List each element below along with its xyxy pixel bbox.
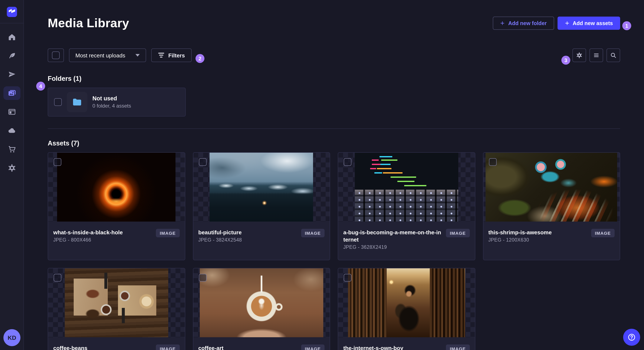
feather-icon (8, 51, 16, 60)
folder-checkbox[interactable] (54, 98, 62, 106)
plus-icon (500, 21, 505, 25)
add-new-folder-label: Add new folder (508, 20, 547, 26)
asset-card[interactable]: what-s-inside-a-black-hole JPEG - 800X46… (48, 152, 185, 260)
asset-type-badge: IMAGE (301, 229, 324, 237)
asset-type-badge: IMAGE (156, 229, 180, 237)
asset-info: the-internet-s-own-boy JPEG - 1200X707 (343, 345, 403, 350)
add-new-assets-label: Add new assets (573, 20, 613, 26)
active-nav-tile (3, 86, 20, 100)
grid-settings-button[interactable] (572, 48, 586, 62)
plus-icon (564, 21, 569, 25)
asset-media (483, 153, 620, 222)
asset-type-badge: IMAGE (156, 345, 180, 350)
folders-heading: Folders (1) (48, 75, 620, 82)
annotation-marker-2: 2 (196, 54, 204, 63)
asset-footer: the-internet-s-own-boy JPEG - 1200X707 I… (338, 337, 475, 350)
add-new-assets-button[interactable]: Add new assets (557, 16, 620, 30)
sidebar-item-marketplace[interactable] (3, 140, 20, 159)
sidebar-item-media-library[interactable] (3, 84, 20, 103)
asset-checkbox[interactable] (199, 158, 206, 166)
cart-icon (8, 145, 16, 154)
asset-name: coffee-art (198, 345, 242, 350)
asset-checkbox[interactable] (489, 158, 496, 166)
asset-info: coffee-beans JPEG - 5021X3347 (53, 345, 97, 350)
toolbar-left: Most recent uploads Filters (48, 48, 192, 62)
asset-info: this-shrimp-is-awesome JPEG - 1200X630 (488, 229, 552, 242)
sidebar-item-cloud[interactable] (3, 121, 20, 140)
strapi-logo[interactable] (6, 7, 17, 17)
list-icon (593, 52, 600, 59)
asset-name: beautiful-picture (198, 229, 242, 236)
header-actions: Add new folder Add new assets (493, 16, 620, 30)
coffee-art-image (200, 268, 323, 337)
asset-card[interactable]: a-bug-is-becoming-a-meme-on-the-internet… (338, 152, 475, 260)
filters-label: Filters (168, 52, 185, 58)
sidebar-item-home[interactable] (3, 28, 20, 46)
asset-sub: JPEG - 3628X2419 (343, 245, 442, 250)
asset-sub: JPEG - 800X466 (53, 237, 123, 242)
asset-card[interactable]: this-shrimp-is-awesome JPEG - 1200X630 I… (483, 152, 620, 260)
annotation-marker-4: 4 (36, 82, 45, 91)
sidebar-item-settings[interactable] (3, 159, 20, 177)
sidebar-divider (0, 23, 24, 23)
filters-button[interactable]: Filters (151, 48, 192, 62)
folder-tile (67, 92, 87, 112)
sidebar-item-content-manager[interactable] (3, 103, 20, 121)
asset-type-badge: IMAGE (446, 229, 470, 237)
asset-checkbox[interactable] (344, 274, 352, 282)
question-icon (628, 333, 636, 342)
asset-media (338, 153, 475, 222)
sidebar-item-deploy[interactable] (3, 65, 20, 84)
asset-checkbox[interactable] (54, 274, 61, 282)
list-view-button[interactable] (590, 48, 603, 62)
asset-name: coffee-beans (53, 345, 97, 350)
logo-glyph (6, 7, 17, 17)
asset-type-badge: IMAGE (446, 345, 470, 350)
chevron-down-icon (136, 54, 140, 57)
select-all-checkbox[interactable] (48, 48, 64, 62)
app-window: KD Media Library Add new folder Add new … (0, 0, 644, 350)
shrimp-image (486, 153, 617, 222)
user-avatar[interactable]: KD (4, 329, 20, 346)
asset-footer: coffee-beans JPEG - 5021X3347 IMAGE (48, 337, 185, 350)
asset-sub: JPEG - 1200X630 (488, 237, 552, 242)
asset-footer: this-shrimp-is-awesome JPEG - 1200X630 I… (483, 222, 620, 253)
asset-name: what-s-inside-a-black-hole (53, 229, 123, 236)
folder-card[interactable]: Not used 0 folder, 4 assets (48, 88, 186, 117)
page-header: Media Library Add new folder Add new ass… (48, 16, 620, 30)
add-new-folder-button[interactable]: Add new folder (493, 16, 554, 30)
asset-type-badge: IMAGE (301, 345, 324, 350)
search-icon (610, 52, 617, 59)
folder-name: Not used (92, 95, 131, 102)
asset-type-badge: IMAGE (591, 229, 614, 237)
search-button[interactable] (606, 48, 620, 62)
asset-checkbox[interactable] (199, 274, 206, 282)
sidebar-item-content-type-builder[interactable] (3, 46, 20, 65)
home-icon (8, 33, 16, 41)
folder-icon (72, 97, 82, 107)
sort-dropdown[interactable]: Most recent uploads (69, 48, 146, 62)
annotation-marker-1: 1 (622, 21, 631, 30)
asset-checkbox[interactable] (54, 158, 61, 166)
asset-card[interactable]: coffee-art JPEG - 5824X3259 IMAGE (193, 268, 330, 350)
paper-plane-icon (8, 70, 16, 79)
annotation-marker-3: 3 (561, 56, 570, 65)
asset-name: the-internet-s-own-boy (343, 345, 403, 350)
code-image (355, 153, 458, 222)
layout-icon (8, 108, 16, 116)
checkbox (52, 51, 60, 59)
assets-grid: what-s-inside-a-black-hole JPEG - 800X46… (48, 152, 620, 350)
asset-info: what-s-inside-a-black-hole JPEG - 800X46… (53, 229, 123, 242)
page-title: Media Library (48, 16, 129, 30)
asset-checkbox[interactable] (344, 158, 352, 166)
asset-card[interactable]: beautiful-picture JPEG - 3824X2548 IMAGE (193, 152, 330, 260)
asset-card[interactable]: the-internet-s-own-boy JPEG - 1200X707 I… (338, 268, 475, 350)
black-hole-image (57, 153, 176, 222)
asset-info: a-bug-is-becoming-a-meme-on-the-internet… (343, 229, 442, 250)
section-divider (48, 128, 620, 129)
cloud-icon (8, 126, 16, 135)
asset-card[interactable]: coffee-beans JPEG - 5021X3347 IMAGE (48, 268, 185, 350)
help-button[interactable] (623, 329, 640, 346)
assets-heading: Assets (7) (48, 140, 620, 147)
main-content: Media Library Add new folder Add new ass… (24, 0, 644, 350)
